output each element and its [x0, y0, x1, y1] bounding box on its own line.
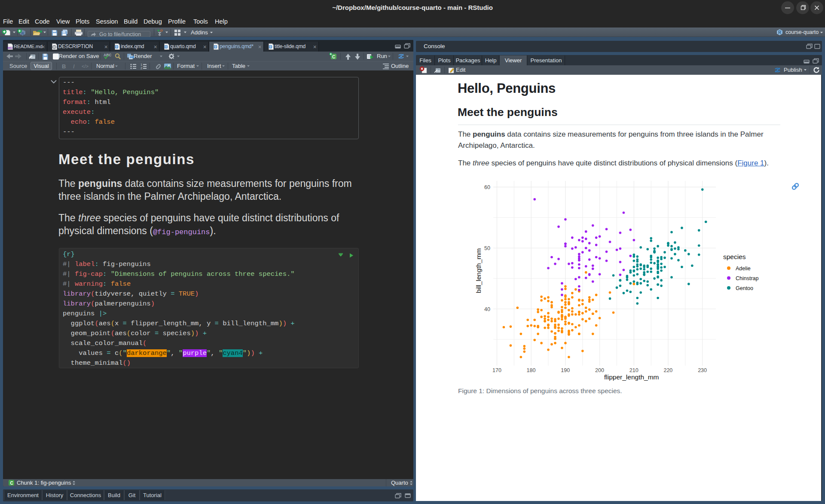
svg-text:180: 180 [527, 367, 536, 373]
svg-text:R: R [778, 30, 782, 35]
svg-text:bill_length_mm: bill_length_mm [475, 248, 482, 293]
svg-text:2: 2 [141, 66, 142, 70]
svg-text:</>: </> [82, 64, 89, 69]
svg-text:210: 210 [629, 367, 639, 373]
svg-text:60: 60 [484, 184, 490, 190]
svg-text:Adelie: Adelie [736, 266, 751, 272]
svg-text:170: 170 [492, 367, 501, 373]
svg-text:I: I [73, 63, 75, 70]
svg-text:flipper_length_mm: flipper_length_mm [604, 373, 659, 381]
svg-text:C: C [10, 481, 13, 486]
svg-text:R: R [21, 31, 24, 36]
svg-text:230: 230 [698, 367, 707, 373]
svg-text:Gentoo: Gentoo [736, 285, 753, 291]
svg-text:50: 50 [484, 245, 490, 251]
svg-text:MD: MD [8, 46, 13, 50]
svg-text:species: species [723, 253, 746, 260]
svg-text:190: 190 [561, 367, 570, 373]
svg-text:200: 200 [595, 367, 604, 373]
svg-text:B: B [62, 63, 66, 70]
svg-text:220: 220 [663, 367, 672, 373]
svg-text:C: C [332, 55, 335, 59]
svg-text:Chinstrap: Chinstrap [736, 275, 759, 281]
svg-text:40: 40 [484, 306, 490, 312]
